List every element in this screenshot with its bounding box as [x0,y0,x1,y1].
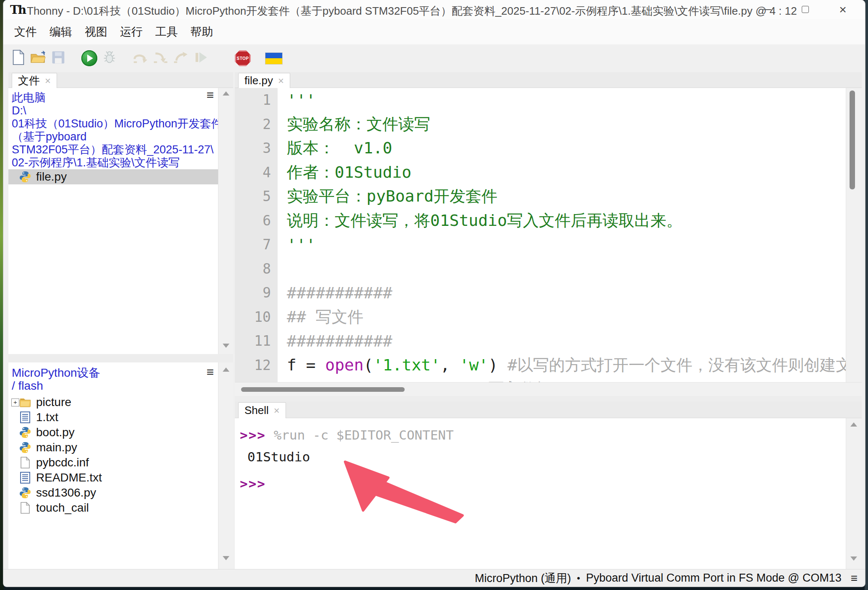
python-file-icon [19,426,31,439]
maximize-icon [802,6,809,13]
ukraine-flag-button[interactable] [265,49,283,68]
toolbar: STOP [3,44,865,72]
device-file-row[interactable]: boot.py [8,425,218,440]
line-number: 9 [235,281,278,305]
file-name: boot.py [36,426,75,439]
file-name: touch_cail [36,501,89,515]
scroll-down-icon[interactable] [223,556,229,560]
menu-item[interactable]: 视图 [79,21,113,42]
menu-item[interactable]: 编辑 [44,21,78,42]
close-button[interactable]: × [829,0,856,19]
text-file-icon [19,471,31,484]
status-separator: • [577,573,580,584]
ukraine-flag-icon [265,53,282,64]
code-line: f = open('1.txt', 'w') #以写的方式打开一个文件，没有该文… [278,353,846,378]
files-tabstrip: 文件 × [8,72,233,88]
tab-file-py-label: file.py [244,74,273,87]
panel-menu-icon[interactable]: ≡ [206,89,214,101]
code-line: ########### [278,281,846,305]
folder-icon [19,396,31,409]
code-line: 实验名称：文件读写 [278,112,846,137]
code-line: ## 写文件 [278,305,846,329]
shell-panel[interactable]: >>> %run -c $EDITOR_CONTENT01Studio>>> [235,418,846,569]
editor-shell-splitter[interactable] [235,396,862,401]
path-line[interactable]: （基于pyboard [12,130,203,143]
path-line[interactable]: D:\ [12,104,203,117]
panel-menu-icon[interactable]: ≡ [206,366,214,378]
code-line [278,257,846,281]
stop-sign-icon: STOP [235,50,251,66]
new-file-icon [10,49,26,67]
path-line[interactable]: 此电脑 [12,91,203,104]
device-file-row[interactable]: + picture [8,395,218,410]
step-into-button [152,49,169,68]
menu-item[interactable]: 帮助 [185,21,219,42]
menu-item[interactable]: 运行 [114,21,148,42]
panel-splitter[interactable] [8,354,233,362]
window-title: Thonny - D:\01科技（01Studio）MicroPython开发套… [27,4,797,18]
open-file-button[interactable] [29,49,47,68]
editor-horizontal-scrollbar[interactable] [235,382,862,396]
code-line: ''' [278,88,846,112]
path-line[interactable]: 01科技（01Studio）MicroPython开发套件 [12,117,203,130]
menu-item[interactable]: 工具 [149,21,184,42]
files-panel-scrollbar[interactable] [218,88,233,354]
shell-prompt: >>> [240,427,266,442]
line-number: 1 [235,88,278,112]
maximize-button[interactable] [792,0,819,19]
device-root-path[interactable]: / flash [8,379,218,395]
path-line[interactable]: 02-示例程序\1.基础实验\文件读写 [12,156,203,169]
run-script-button[interactable] [81,49,98,68]
tab-files[interactable]: 文件 × [12,73,57,88]
scroll-down-icon[interactable] [850,556,857,561]
expander-icon[interactable]: + [11,399,19,406]
port-status[interactable]: Pyboard Virtual Comm Port in FS Mode @ C… [586,572,842,585]
scrollbar-thumb[interactable] [850,91,855,189]
interpreter-status[interactable]: MicroPython (通用) [475,571,571,586]
close-icon: × [839,3,847,16]
device-file-row[interactable]: pybcdc.inf [8,455,218,470]
shell-command-line: >>> %run -c $EDITOR_CONTENT [240,424,846,446]
tab-close-icon[interactable]: × [45,76,51,86]
scroll-down-icon[interactable] [223,344,229,348]
shell-scrollbar[interactable] [846,418,861,569]
status-menu-icon[interactable]: ≡ [851,572,858,585]
path-line[interactable]: STM32F05平台）配套资料_2025-11-27\ [12,143,203,156]
open-folder-icon [30,49,47,67]
scroll-up-icon[interactable] [223,91,229,96]
scroll-up-icon[interactable] [850,422,857,427]
line-number: 13 [235,377,278,382]
file-name: ssd1306.py [36,486,96,499]
menu-item[interactable]: 文件 [8,21,43,42]
editor-tabstrip: file.py × [235,72,862,88]
file-name: file.py [36,170,67,184]
file-row-selected[interactable]: file.py [8,169,218,184]
scrollbar-thumb[interactable] [241,387,405,392]
device-file-row[interactable]: README.txt [8,470,218,485]
stop-restart-button[interactable]: STOP [234,49,252,68]
device-file-row[interactable]: ssd1306.py [8,485,218,500]
shell-prompt: >>> [240,476,266,491]
device-file-row[interactable]: main.py [8,440,218,455]
scroll-up-icon[interactable] [223,367,229,372]
device-file-row[interactable]: 1.txt [8,410,218,425]
line-number-gutter: 12345678910111213 [235,88,278,382]
tab-close-icon[interactable]: × [278,76,284,86]
save-file-button [49,49,67,68]
editor-scrollbar[interactable] [846,88,861,382]
device-file-row[interactable]: touch_cail [8,500,218,515]
code-line: 作者：01Studio [278,160,846,185]
code-area[interactable]: '''实验名称：文件读写版本： v1.0作者：01Studio实验平台：pyBo… [278,88,846,382]
step-out-button [172,49,190,68]
device-panel-scrollbar[interactable] [218,362,233,569]
file-path-breadcrumb[interactable]: 此电脑D:\01科技（01Studio）MicroPython开发套件（基于py… [8,88,218,169]
tab-file-py[interactable]: file.py × [238,73,290,88]
new-file-button[interactable] [9,49,27,68]
step-into-icon [152,50,169,66]
minimize-button[interactable] [754,0,781,19]
tab-shell[interactable]: Shell × [238,402,286,418]
line-number: 2 [235,112,278,137]
tab-close-icon[interactable]: × [274,406,280,416]
debug-script-button [101,49,118,68]
code-editor[interactable]: 12345678910111213 '''实验名称：文件读写版本： v1.0作者… [235,88,846,382]
